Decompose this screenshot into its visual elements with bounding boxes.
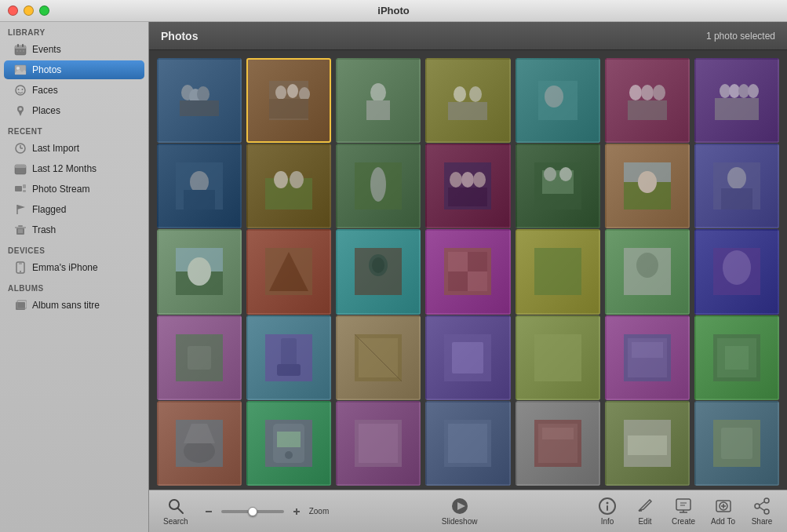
photo-thumb[interactable] (605, 58, 690, 143)
svg-rect-140 (206, 511, 212, 512)
sidebar-item-photos[interactable]: Photos (4, 60, 144, 79)
photo-thumb[interactable] (605, 315, 690, 400)
svg-point-42 (275, 86, 286, 100)
content-area: Photos 1 photo selected (149, 22, 787, 532)
share-button[interactable]: Share (745, 494, 779, 529)
info-button[interactable]: Info (590, 494, 625, 529)
svg-line-161 (760, 502, 764, 505)
photo-thumb[interactable] (516, 315, 600, 400)
add-to-icon (714, 497, 733, 516)
photo-thumb[interactable] (694, 58, 779, 143)
sidebar-item-trash[interactable]: Trash (4, 220, 144, 239)
photo-thumb[interactable] (516, 229, 600, 314)
photo-thumb[interactable] (157, 144, 242, 228)
svg-rect-112 (452, 342, 483, 373)
svg-point-14 (19, 107, 22, 111)
svg-rect-61 (715, 98, 759, 120)
photo-thumb[interactable] (157, 315, 242, 400)
photo-thumb[interactable] (336, 229, 421, 314)
svg-point-12 (22, 89, 24, 90)
photo-thumb[interactable] (605, 229, 690, 314)
svg-rect-74 (448, 188, 487, 206)
photo-thumb[interactable] (336, 58, 421, 143)
photo-thumb[interactable] (425, 58, 510, 143)
photo-thumb[interactable] (694, 315, 779, 400)
svg-point-160 (764, 509, 769, 514)
photo-thumb[interactable] (157, 229, 242, 314)
photo-thumb[interactable] (336, 315, 421, 400)
photo-thumb[interactable] (336, 144, 421, 228)
sidebar-item-flagged[interactable]: Flagged (4, 200, 144, 219)
sidebar-item-photo-stream[interactable]: Photo Stream (4, 180, 144, 199)
sidebar-item-emma-iphone[interactable]: Emma's iPhone (4, 258, 144, 277)
sidebar-label-photos: Photos (32, 64, 61, 75)
create-button[interactable]: Create (665, 494, 701, 529)
sidebar-label-faces: Faces (32, 85, 58, 96)
photo-thumb[interactable] (516, 58, 600, 143)
svg-point-126 (285, 451, 293, 459)
sidebar-item-places[interactable]: Places (4, 101, 144, 120)
svg-rect-130 (448, 424, 487, 463)
calendar-icon (13, 42, 27, 56)
sidebar-item-events[interactable]: Events (4, 40, 144, 59)
share-label: Share (752, 517, 773, 526)
devices-header: Devices (0, 240, 148, 257)
sidebar-item-faces[interactable]: Faces (4, 81, 144, 100)
photo-thumb[interactable] (516, 401, 600, 486)
slideshow-button[interactable]: Slideshow (435, 494, 484, 529)
photo-thumb[interactable] (425, 401, 510, 486)
photo-thumb[interactable] (605, 401, 690, 486)
photo-thumb[interactable] (246, 229, 331, 314)
photo-thumb[interactable] (694, 144, 779, 228)
svg-point-63 (190, 171, 209, 193)
svg-line-139 (177, 508, 183, 514)
main-layout: Library Events (0, 22, 787, 532)
zoom-slider[interactable] (221, 510, 284, 513)
search-button[interactable]: Search (157, 494, 195, 529)
close-button[interactable] (8, 5, 18, 16)
photo-thumb[interactable] (246, 144, 331, 228)
photo-thumb[interactable] (246, 401, 331, 486)
add-to-button[interactable]: Add To (705, 494, 741, 529)
photo-icon (13, 63, 27, 77)
photo-thumb[interactable] (246, 315, 331, 400)
svg-rect-98 (534, 248, 581, 295)
sidebar-label-photo-stream: Photo Stream (32, 184, 89, 195)
svg-rect-125 (277, 432, 301, 447)
photo-thumb[interactable] (425, 144, 510, 228)
photo-thumb[interactable] (157, 401, 242, 486)
zoom-min-icon (199, 502, 218, 521)
svg-rect-64 (184, 190, 215, 210)
minimize-button[interactable] (24, 5, 34, 16)
sidebar-item-last-12-months[interactable]: Last 12 Months (4, 159, 144, 178)
edit-button[interactable]: Edit (628, 494, 662, 529)
photo-thumb[interactable] (425, 229, 510, 314)
photo-thumb[interactable] (336, 401, 421, 486)
sidebar-item-album[interactable]: Album sans titre (4, 296, 144, 315)
svg-rect-28 (18, 225, 23, 227)
svg-line-162 (760, 508, 764, 511)
trash-icon (13, 223, 27, 237)
photo-thumb[interactable] (694, 401, 779, 486)
photo-thumb[interactable] (694, 229, 779, 314)
svg-rect-104 (188, 346, 211, 370)
window-controls[interactable] (8, 5, 49, 16)
photo-thumb[interactable] (605, 144, 690, 228)
photo-thumb[interactable] (246, 58, 331, 143)
sidebar-label-emma-iphone: Emma's iPhone (32, 262, 98, 273)
svg-rect-2 (17, 44, 19, 47)
search-icon (166, 497, 185, 516)
photo-thumb[interactable] (516, 144, 600, 228)
stream-icon (13, 182, 27, 196)
zoom-max-icon (287, 502, 306, 521)
maximize-button[interactable] (39, 5, 49, 16)
svg-rect-5 (20, 50, 21, 52)
svg-point-53 (629, 85, 642, 100)
photo-thumb[interactable] (157, 58, 242, 143)
photo-thumb[interactable] (425, 315, 510, 400)
svg-point-55 (653, 85, 665, 100)
svg-rect-96 (448, 271, 468, 291)
svg-rect-95 (468, 252, 487, 271)
content-header: Photos 1 photo selected (149, 22, 787, 50)
sidebar-item-last-import[interactable]: Last Import (4, 139, 144, 158)
